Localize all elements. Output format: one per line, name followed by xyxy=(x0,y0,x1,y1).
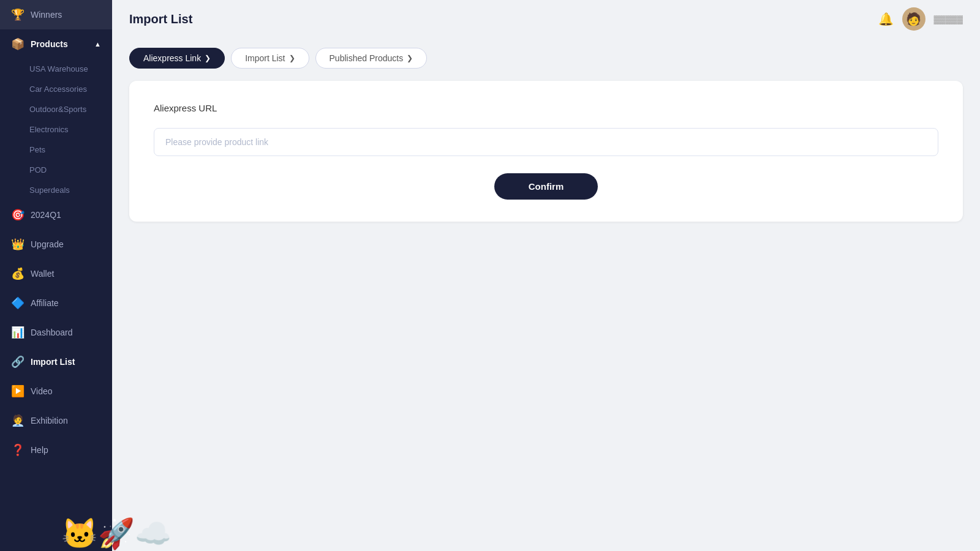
sidebar-item-exhibition[interactable]: 🧑‍💼 Exhibition xyxy=(0,406,112,435)
header-right: 🔔 🧑 ▓▓▓▓▓ xyxy=(878,7,963,31)
sidebar-item-wallet[interactable]: 💰 Wallet xyxy=(0,259,112,288)
products-submenu: USA Warehouse Car Accessories Outdoor&Sp… xyxy=(0,59,112,200)
winners-icon: 🏆 xyxy=(11,8,24,21)
header: Import List 🔔 🧑 ▓▓▓▓▓ xyxy=(112,0,980,38)
tab-import-chevron: ❯ xyxy=(289,54,295,62)
main-area: Import List 🔔 🧑 ▓▓▓▓▓ Aliexpress Link ❯ … xyxy=(112,0,980,551)
exhibition-icon: 🧑‍💼 xyxy=(11,414,24,427)
sidebar-sub-superdeals[interactable]: Superdeals xyxy=(0,180,112,200)
products-icon: 📦 xyxy=(11,37,24,51)
confirm-wrapper: Confirm xyxy=(154,173,938,200)
url-label: Aliexpress URL xyxy=(154,103,938,113)
confirm-button[interactable]: Confirm xyxy=(494,173,598,200)
url-input[interactable] xyxy=(154,128,938,156)
notification-bell-icon[interactable]: 🔔 xyxy=(878,12,894,26)
avatar[interactable]: 🧑 xyxy=(902,7,925,31)
sidebar-item-winners[interactable]: 🏆 Winners xyxy=(0,0,112,29)
content-area: Aliexpress Link ❯ Import List ❯ Publishe… xyxy=(112,38,980,551)
sidebar-item-affiliate[interactable]: 🔷 Affiliate xyxy=(0,288,112,318)
tab-aliexpress-chevron: ❯ xyxy=(205,54,211,62)
sidebar-item-products[interactable]: 📦 Products ▲ xyxy=(0,29,112,59)
user-name: ▓▓▓▓▓ xyxy=(934,15,963,24)
tab-aliexpress-link[interactable]: Aliexpress Link ❯ xyxy=(129,48,225,69)
sidebar-sub-pets[interactable]: Pets xyxy=(0,140,112,160)
2024q1-icon: 🎯 xyxy=(11,208,24,222)
products-chevron: ▲ xyxy=(94,40,101,48)
sidebar-item-upgrade[interactable]: 👑 Upgrade xyxy=(0,230,112,259)
dashboard-icon: 📊 xyxy=(11,326,24,339)
wallet-icon: 💰 xyxy=(11,267,24,280)
sidebar-sub-car-accessories[interactable]: Car Accessories xyxy=(0,79,112,99)
tab-bar: Aliexpress Link ❯ Import List ❯ Publishe… xyxy=(129,48,963,69)
sidebar-sub-pod[interactable]: POD xyxy=(0,160,112,180)
import-card: Aliexpress URL Confirm xyxy=(129,81,963,222)
import-list-icon: 🔗 xyxy=(11,355,24,369)
sidebar-item-2024q1[interactable]: 🎯 2024Q1 xyxy=(0,200,112,230)
sidebar-item-dashboard[interactable]: 📊 Dashboard xyxy=(0,318,112,347)
tab-published-chevron: ❯ xyxy=(407,54,413,62)
sidebar-item-import-list[interactable]: 🔗 Import List xyxy=(0,347,112,377)
sidebar-item-video[interactable]: ▶️ Video xyxy=(0,377,112,406)
upgrade-icon: 👑 xyxy=(11,238,24,251)
sidebar-sub-usa-warehouse[interactable]: USA Warehouse xyxy=(0,59,112,79)
page-title: Import List xyxy=(129,12,192,26)
tab-import-list[interactable]: Import List ❯ xyxy=(231,48,309,69)
sidebar: 🏆 Winners 📦 Products ▲ USA Warehouse Car… xyxy=(0,0,112,551)
sidebar-sub-electronics[interactable]: Electronics xyxy=(0,119,112,140)
affiliate-icon: 🔷 xyxy=(11,296,24,310)
sidebar-item-help[interactable]: ❓ Help xyxy=(0,435,112,465)
video-icon: ▶️ xyxy=(11,384,24,398)
tab-published-products[interactable]: Published Products ❯ xyxy=(315,48,428,69)
help-icon: ❓ xyxy=(11,443,24,457)
sidebar-sub-outdoor-sports[interactable]: Outdoor&Sports xyxy=(0,99,112,119)
